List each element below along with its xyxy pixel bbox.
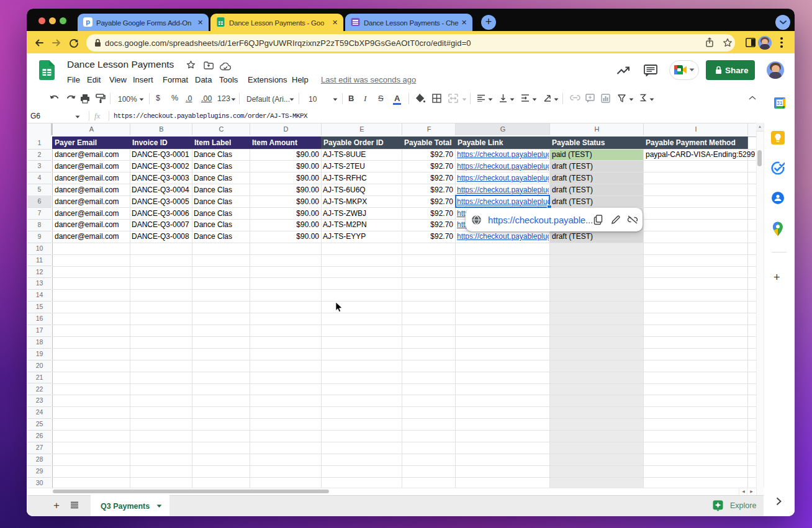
svg-text:31: 31 [777, 100, 783, 106]
